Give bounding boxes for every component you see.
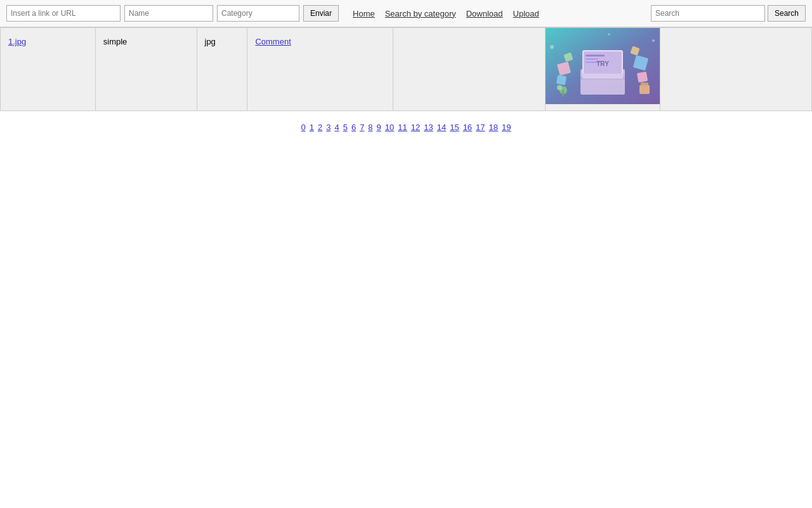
pagination-link-5[interactable]: 5	[343, 123, 348, 132]
pagination-link-13[interactable]: 13	[424, 123, 433, 132]
pagination-link-1[interactable]: 1	[310, 123, 314, 132]
enviar-button[interactable]: Enviar	[303, 5, 339, 22]
nav-search-by-category[interactable]: Search by category	[385, 9, 456, 18]
nav-download[interactable]: Download	[466, 9, 503, 18]
pagination-link-12[interactable]: 12	[411, 123, 420, 132]
nav-links: Home Search by category Download Upload	[353, 9, 539, 18]
pagination-link-14[interactable]: 14	[437, 123, 446, 132]
pagination-link-15[interactable]: 15	[450, 123, 459, 132]
svg-rect-19	[639, 85, 650, 94]
pagination-link-0[interactable]: 0	[301, 123, 305, 132]
table-cell-comment: Comment	[247, 28, 393, 111]
pagination-link-9[interactable]: 9	[377, 123, 381, 132]
svg-rect-20	[641, 83, 648, 86]
pagination-link-19[interactable]: 19	[502, 123, 511, 132]
pagination-link-3[interactable]: 3	[326, 123, 331, 132]
svg-point-22	[652, 39, 655, 42]
table-cell-type: jpg	[197, 28, 247, 111]
svg-rect-11	[556, 75, 566, 85]
table-row: 1.jpg simple jpg Comment	[1, 28, 812, 111]
category-input[interactable]	[217, 5, 299, 22]
nav-upload[interactable]: Upload	[513, 9, 539, 18]
pagination-link-16[interactable]: 16	[463, 123, 472, 132]
name-input[interactable]	[124, 5, 213, 22]
pagination-link-8[interactable]: 8	[368, 123, 372, 132]
table-cell-name: simple	[95, 28, 197, 111]
type-text: jpg	[205, 37, 216, 46]
table-cell-image: TRY	[545, 28, 660, 111]
pagination-link-10[interactable]: 10	[385, 123, 394, 132]
pagination-link-7[interactable]: 7	[360, 123, 364, 132]
pagination: 012345678910111213141516171819	[0, 111, 812, 144]
table-cell-empty2	[660, 28, 812, 111]
pagination-link-4[interactable]: 4	[334, 123, 339, 132]
svg-rect-5	[586, 58, 598, 60]
pagination-link-2[interactable]: 2	[318, 123, 322, 132]
svg-text:TRY: TRY	[596, 60, 609, 67]
table-cell-filename: 1.jpg	[1, 28, 96, 111]
pagination-link-6[interactable]: 6	[351, 123, 356, 132]
filename-link[interactable]: 1.jpg	[8, 37, 26, 46]
thumbnail-image: TRY	[546, 28, 660, 104]
svg-rect-9	[582, 74, 623, 79]
svg-point-17	[557, 85, 562, 90]
svg-rect-4	[586, 55, 605, 57]
svg-point-23	[608, 33, 610, 36]
pagination-link-18[interactable]: 18	[489, 123, 498, 132]
svg-point-21	[550, 45, 554, 49]
svg-rect-18	[562, 90, 564, 97]
search-input[interactable]	[651, 5, 765, 22]
svg-rect-14	[636, 72, 647, 83]
comment-link[interactable]: Comment	[255, 37, 291, 46]
name-text: simple	[103, 37, 128, 46]
header: Enviar Home Search by category Download …	[0, 0, 812, 27]
pagination-link-17[interactable]: 17	[476, 123, 485, 132]
table-cell-empty1	[393, 28, 545, 111]
content-table: 1.jpg simple jpg Comment	[0, 27, 812, 111]
nav-home[interactable]: Home	[353, 9, 375, 18]
search-button[interactable]: Search	[768, 5, 806, 22]
url-input[interactable]	[6, 5, 121, 22]
pagination-link-11[interactable]: 11	[398, 123, 407, 132]
search-section: Search	[651, 5, 806, 22]
